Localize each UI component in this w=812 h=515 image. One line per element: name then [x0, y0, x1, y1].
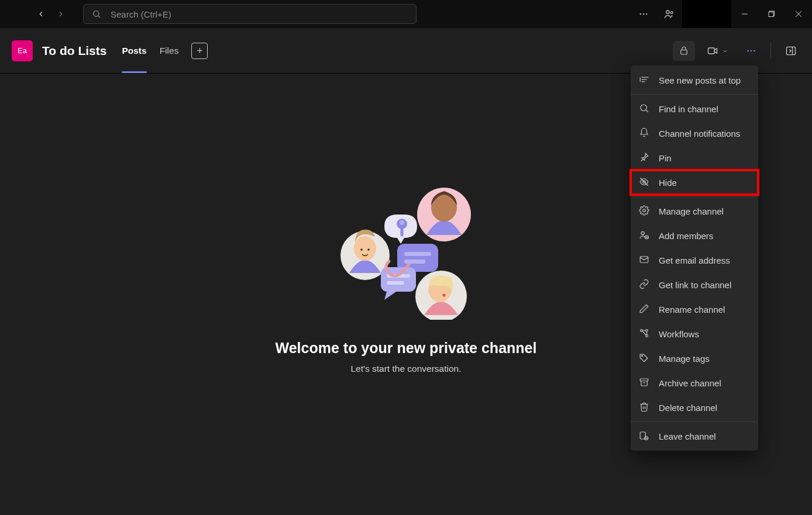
menu-item-see-new-posts-at-top[interactable]: See new posts at top [631, 68, 758, 92]
menu-separator [631, 94, 758, 95]
menu-item-label: Manage tags [659, 354, 710, 364]
menu-item-add-members[interactable]: Add members [631, 223, 758, 248]
svg-rect-38 [387, 281, 404, 285]
svg-point-26 [360, 248, 363, 251]
pencil-icon [639, 303, 651, 316]
menu-item-label: Add members [659, 231, 713, 241]
menu-item-pin[interactable]: Pin [631, 146, 758, 170]
svg-point-57 [646, 329, 648, 331]
maximize-button[interactable] [758, 0, 785, 28]
svg-rect-14 [681, 50, 687, 55]
menu-item-hide[interactable]: Hide [631, 170, 758, 195]
channel-title: To do Lists [42, 44, 106, 58]
channel-context-menu: See new posts at topFind in channelChann… [631, 65, 758, 451]
sort-icon [639, 74, 651, 87]
menu-item-archive-channel[interactable]: Archive channel [631, 371, 758, 395]
menu-item-label: Leave channel [659, 431, 716, 441]
people-icon[interactable] [656, 0, 682, 28]
minimize-button[interactable] [731, 0, 758, 28]
titlebar: Search (Ctrl+E) [0, 0, 812, 28]
history-nav [0, 8, 83, 20]
link-icon [639, 279, 651, 291]
team-avatar[interactable]: Ea [12, 40, 33, 61]
tab-bar: Posts Files [122, 43, 208, 59]
menu-item-label: Hide [659, 178, 677, 188]
titlebar-right [631, 0, 812, 28]
svg-point-17 [747, 50, 749, 52]
svg-rect-34 [404, 260, 425, 264]
more-options-button[interactable] [740, 41, 762, 61]
svg-point-40 [400, 220, 404, 225]
menu-item-label: Manage channel [659, 206, 724, 216]
svg-point-50 [641, 231, 644, 234]
back-button[interactable] [35, 8, 47, 20]
search-placeholder: Search (Ctrl+E) [111, 9, 171, 19]
private-channel-icon[interactable] [673, 41, 695, 61]
menu-item-label: Get email address [659, 255, 730, 265]
search-box[interactable]: Search (Ctrl+E) [83, 4, 417, 24]
svg-point-19 [753, 50, 755, 52]
svg-point-6 [670, 12, 673, 14]
menu-item-get-email-address[interactable]: Get email address [631, 248, 758, 272]
tab-posts[interactable]: Posts [122, 43, 146, 58]
bell-icon [639, 127, 651, 140]
archive-icon [639, 377, 651, 389]
menu-item-label: Delete channel [659, 403, 717, 413]
svg-point-58 [642, 355, 643, 356]
trash-icon [639, 402, 651, 414]
menu-separator [631, 196, 758, 197]
gear-icon [639, 205, 651, 217]
search-icon [92, 9, 101, 19]
menu-item-leave-channel[interactable]: Leave channel [631, 424, 758, 448]
svg-line-46 [646, 110, 648, 112]
welcome-illustration [333, 179, 479, 320]
menu-item-rename-channel[interactable]: Rename channel [631, 297, 758, 322]
leave-icon [639, 430, 651, 443]
svg-rect-54 [640, 256, 648, 262]
close-button[interactable] [785, 0, 812, 28]
account-avatar[interactable] [682, 0, 731, 28]
svg-point-4 [646, 13, 647, 15]
menu-item-workflows[interactable]: Workflows [631, 322, 758, 346]
svg-point-18 [751, 50, 752, 52]
menu-item-label: See new posts at top [659, 75, 741, 85]
empty-headline: Welcome to your new private channel [276, 340, 537, 357]
svg-point-3 [643, 13, 644, 15]
tag-icon [639, 352, 651, 365]
empty-subline: Let's start the conversation. [350, 364, 461, 374]
svg-point-2 [640, 13, 641, 15]
menu-item-label: Rename channel [659, 305, 725, 314]
svg-rect-59 [640, 379, 648, 381]
meet-button[interactable] [701, 41, 734, 61]
menu-item-label: Get link to channel [659, 280, 731, 290]
menu-item-delete-channel[interactable]: Delete channel [631, 395, 758, 420]
svg-marker-36 [384, 292, 396, 300]
menu-item-label: Workflows [659, 329, 699, 339]
menu-item-find-in-channel[interactable]: Find in channel [631, 96, 758, 121]
svg-line-1 [98, 16, 100, 18]
menu-item-label: Channel notifications [659, 129, 740, 139]
tab-files[interactable]: Files [160, 43, 179, 58]
svg-rect-9 [769, 12, 773, 17]
forward-button[interactable] [55, 8, 67, 20]
add-tab-button[interactable] [191, 43, 208, 59]
svg-point-27 [367, 248, 370, 251]
mail-icon [639, 254, 651, 267]
svg-rect-33 [404, 252, 431, 256]
workflow-icon [639, 328, 651, 340]
pin-icon [639, 152, 651, 164]
open-panel-button[interactable] [779, 41, 803, 61]
hide-icon [639, 177, 651, 189]
svg-rect-15 [708, 48, 715, 54]
menu-item-manage-tags[interactable]: Manage tags [631, 346, 758, 371]
menu-separator [631, 421, 758, 422]
more-icon[interactable] [631, 0, 656, 28]
menu-item-get-link-to-channel[interactable]: Get link to channel [631, 272, 758, 297]
svg-point-25 [354, 236, 376, 261]
menu-item-manage-channel[interactable]: Manage channel [631, 199, 758, 223]
svg-point-56 [646, 334, 648, 337]
svg-point-30 [443, 294, 446, 297]
svg-point-45 [641, 105, 647, 111]
menu-item-channel-notifications[interactable]: Channel notifications [631, 121, 758, 146]
menu-item-label: Pin [659, 153, 672, 163]
